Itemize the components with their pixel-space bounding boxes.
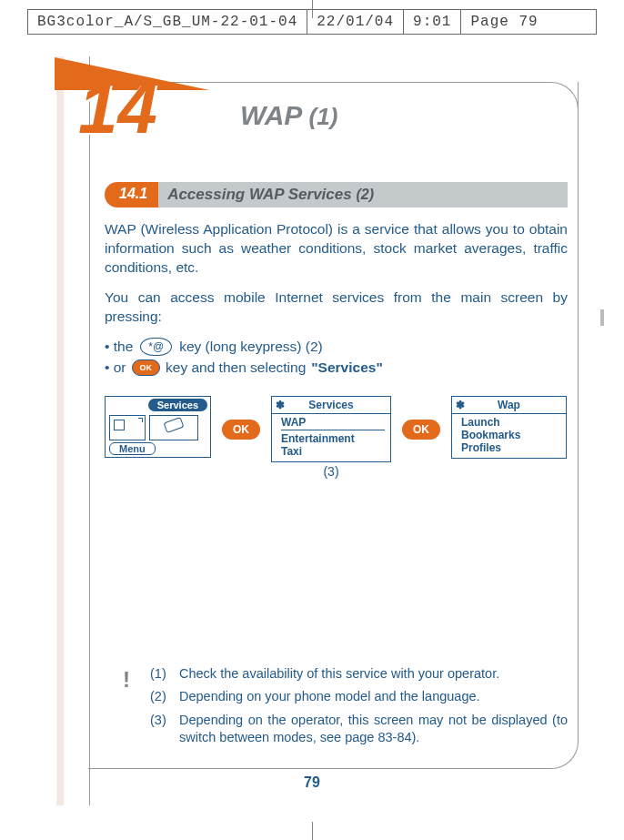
bullet1-pre: • the bbox=[105, 339, 133, 355]
chapter-number-badge: 14 bbox=[78, 82, 157, 137]
screen3-item-bookmarks: Bookmarks bbox=[461, 429, 560, 441]
left-vertical-line bbox=[89, 56, 90, 805]
footnote-2: (2) Depending on your phone model and th… bbox=[150, 688, 568, 706]
footnote-2-text: Depending on your phone model and the la… bbox=[179, 688, 480, 706]
screen3-item-profiles: Profiles bbox=[461, 441, 560, 454]
screen3-title: Wap bbox=[498, 399, 520, 411]
crop-date: 22/01/04 bbox=[307, 10, 404, 34]
gift-icon bbox=[109, 415, 146, 440]
star-at-key-icon: *@ bbox=[140, 338, 172, 356]
footnote-2-num: (2) bbox=[150, 688, 172, 706]
screen2-header: ✽ Services bbox=[272, 397, 390, 414]
screen-3-wrap: ✽ Wap Launch Bookmarks Profiles bbox=[451, 396, 567, 459]
section-heading-bar: 14.1 Accessing WAP Services (2) bbox=[105, 182, 568, 207]
screen-services-list: ✽ Services WAP Entertainment Taxi bbox=[271, 396, 391, 462]
bullet2-post-a: key and then selecting bbox=[166, 359, 306, 376]
footnote-1-text: Check the availability of this service w… bbox=[179, 665, 499, 683]
screen-2-wrap: ✽ Services WAP Entertainment Taxi (3) bbox=[271, 396, 391, 479]
bullet-ok-services: • or OK key and then selecting "Services… bbox=[105, 359, 568, 376]
chapter-title-text: WAP bbox=[240, 100, 301, 130]
screen2-item-taxi: Taxi bbox=[281, 445, 385, 458]
screen-1-wrap: Services Menu bbox=[105, 396, 211, 458]
right-tab-mark bbox=[600, 309, 604, 326]
ok-arrow-2: OK bbox=[402, 396, 440, 440]
phone-icon bbox=[149, 415, 198, 440]
screens-row: Services Menu OK ✽ Services WAP Entertai… bbox=[105, 396, 568, 479]
bullet-keypress: • the *@ key (long keypress) (2) bbox=[105, 338, 568, 356]
screen2-title: Services bbox=[308, 399, 353, 411]
screen2-item-wap: WAP bbox=[281, 416, 385, 430]
ok-arrow-1: OK bbox=[222, 396, 260, 440]
content-area: 14.1 Accessing WAP Services (2) WAP (Wir… bbox=[105, 182, 568, 479]
crop-bottom-mark bbox=[312, 822, 313, 840]
left-accent-bar bbox=[56, 56, 64, 805]
section-title: Accessing WAP Services (2) bbox=[158, 182, 568, 207]
footnotes: ! (1) Check the availability of this ser… bbox=[105, 665, 568, 753]
crop-file: BG3color_A/S_GB_UM-22-01-04 bbox=[28, 10, 307, 34]
crop-time: 9:01 bbox=[404, 10, 461, 34]
footnote-1: (1) Check the availability of this servi… bbox=[150, 665, 568, 683]
bullet2-pre: • or bbox=[105, 359, 126, 376]
ok-key-icon: OK bbox=[132, 359, 161, 376]
footnote-3: (3) Depending on the operator, this scre… bbox=[150, 712, 568, 747]
footnote-3-num: (3) bbox=[150, 712, 172, 747]
services-header-icon: ✽ bbox=[276, 399, 285, 411]
section-title-text: Accessing WAP Services bbox=[167, 186, 352, 203]
footnote-3-text: Depending on the operator, this screen m… bbox=[179, 712, 568, 747]
bullet1-post: key (long keypress) (2) bbox=[179, 339, 323, 355]
wap-header-icon: ✽ bbox=[456, 399, 465, 411]
section-number: 14.1 bbox=[105, 182, 158, 207]
crop-marks-header: BG3color_A/S_GB_UM-22-01-04 22/01/04 9:0… bbox=[27, 9, 597, 35]
crop-page: Page 79 bbox=[461, 10, 547, 34]
chapter-number: 14 bbox=[78, 68, 157, 148]
screen1-menu-softkey: Menu bbox=[109, 442, 156, 455]
screen2-item-entertainment: Entertainment bbox=[281, 432, 385, 445]
right-vertical-line bbox=[578, 82, 579, 744]
paragraph-access: You can access mobile Internet services … bbox=[105, 288, 568, 327]
chapter-title-suffix: (1) bbox=[309, 103, 338, 130]
screen3-header: ✽ Wap bbox=[452, 397, 566, 414]
page-number: 79 bbox=[0, 774, 624, 791]
screen3-item-launch: Launch bbox=[461, 416, 560, 429]
section-title-suffix: (2) bbox=[356, 187, 374, 202]
screen2-caption: (3) bbox=[271, 464, 391, 479]
paragraph-intro: WAP (Wireless Application Protocol) is a… bbox=[105, 220, 568, 278]
ok-pill-icon: OK bbox=[402, 420, 440, 440]
footnote-1-num: (1) bbox=[150, 665, 172, 683]
note-bang-icon: ! bbox=[123, 665, 130, 694]
screen-wap-menu: ✽ Wap Launch Bookmarks Profiles bbox=[451, 396, 567, 459]
ok-pill-icon: OK bbox=[222, 420, 260, 440]
screen1-title-pill: Services bbox=[148, 399, 207, 411]
chapter-title: WAP (1) bbox=[240, 100, 337, 131]
screen-services-home: Services Menu bbox=[105, 396, 211, 458]
bullet2-services: "Services" bbox=[311, 359, 382, 376]
